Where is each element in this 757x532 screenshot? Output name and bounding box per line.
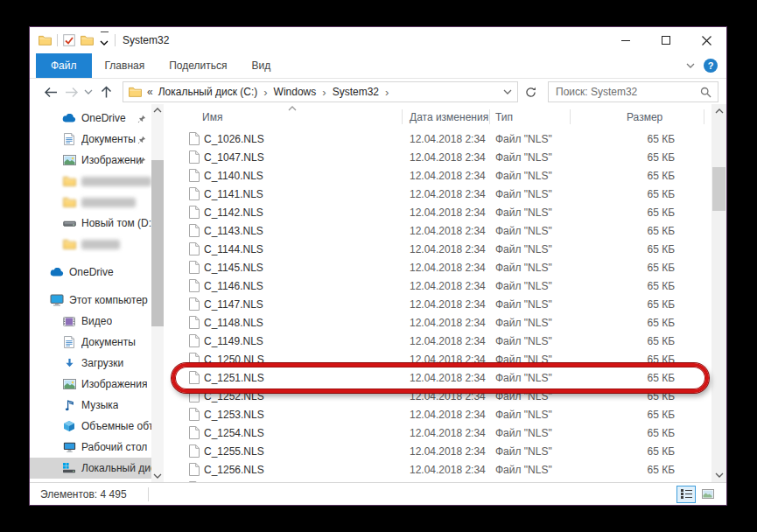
file-row[interactable]: C_1047.NLS12.04.2018 2:34Файл "NLS"65 КБ	[167, 148, 711, 166]
divider	[148, 487, 149, 501]
file-icon	[189, 389, 200, 402]
column-header-name[interactable]: Имя	[202, 111, 222, 123]
pictures-icon	[61, 155, 77, 165]
file-row[interactable]: C_1147.NLS12.04.2018 2:34Файл "NLS"65 КБ	[167, 295, 711, 313]
file-size: 65 КБ	[578, 188, 675, 200]
sidebar-item-label: OneDrive	[69, 266, 114, 278]
scroll-up-icon[interactable]	[151, 104, 164, 116]
ribbon-collapse-chevron-icon[interactable]	[686, 63, 695, 68]
sidebar-item-local-disk-c[interactable]: Локальный дис	[30, 458, 151, 479]
file-size: 65 КБ	[578, 280, 675, 292]
sidebar-item-new-volume-d[interactable]: Новый том (D:)	[30, 213, 151, 234]
breadcrumb-item[interactable]: Локальный диск (C:)	[157, 86, 260, 98]
file-size: 65 КБ	[578, 390, 675, 402]
file-date: 12.04.2018 2:34	[410, 409, 486, 421]
sidebar-item-documents[interactable]: Документы	[30, 332, 151, 353]
list-scrollbar-thumb[interactable]	[712, 167, 725, 211]
ribbon-tab-3[interactable]: Вид	[240, 53, 282, 78]
sidebar-item-onedrive-pinned[interactable]: OneDrive	[30, 108, 151, 129]
file-row[interactable]: C_1254.NLS12.04.2018 2:34Файл "NLS"65 КБ	[167, 424, 711, 442]
qat-customize-caret-icon[interactable]	[99, 32, 109, 49]
sidebar-item-this-pc[interactable]: Этот компьютер	[30, 290, 151, 311]
icons-view-button[interactable]	[698, 486, 718, 503]
file-row[interactable]: C_1145.NLS12.04.2018 2:34Файл "NLS"65 КБ	[167, 258, 711, 276]
forward-button[interactable]	[61, 87, 82, 98]
file-row[interactable]: C_1253.NLS12.04.2018 2:34Файл "NLS"65 КБ	[167, 405, 711, 424]
chevron-right-icon[interactable]: ›	[263, 86, 267, 99]
checkmark-icon[interactable]	[63, 34, 75, 46]
column-divider[interactable]	[402, 109, 403, 124]
sidebar-item-music[interactable]: Музыка	[30, 395, 151, 416]
file-row[interactable]: C_1146.NLS12.04.2018 2:34Файл "NLS"65 КБ	[167, 276, 711, 295]
column-divider[interactable]	[704, 109, 704, 124]
sidebar-item-folder-blurred-1[interactable]	[30, 171, 151, 192]
divider	[115, 34, 116, 46]
file-name: C_1047.NLS	[204, 151, 264, 164]
sidebar-item-folder-blurred-3[interactable]	[30, 234, 151, 255]
file-row[interactable]: C_1148.NLS12.04.2018 2:34Файл "NLS"65 КБ	[167, 313, 711, 332]
address-box[interactable]: « Локальный диск (C:)›Windows›System32›	[123, 81, 518, 102]
back-button[interactable]	[40, 87, 61, 98]
scroll-down-icon[interactable]	[711, 468, 726, 482]
file-date: 12.04.2018 2:34	[410, 464, 486, 476]
file-type: Файл "NLS"	[495, 151, 552, 164]
file-row[interactable]: C_1143.NLS12.04.2018 2:34Файл "NLS"65 КБ	[167, 221, 711, 240]
column-header-size[interactable]: Размер	[627, 111, 662, 123]
sidebar-item-folder-blurred-2[interactable]	[30, 192, 151, 213]
file-row[interactable]: C_1256.NLS12.04.2018 2:34Файл "NLS"65 КБ	[167, 460, 711, 479]
breadcrumb: Локальный диск (C:)›Windows›System32›	[157, 86, 394, 99]
sidebar-item-desktop[interactable]: Рабочий стол	[30, 437, 151, 458]
refresh-icon[interactable]	[520, 81, 541, 102]
column-divider[interactable]	[570, 109, 571, 124]
sidebar-item-downloads[interactable]: Загрузки	[30, 353, 151, 374]
maximize-button[interactable]	[646, 27, 686, 53]
details-view-button[interactable]	[676, 486, 696, 503]
up-button[interactable]	[95, 86, 117, 99]
sidebar-item-pictures[interactable]: Изображения	[30, 374, 151, 395]
search-icon[interactable]	[700, 87, 711, 98]
column-divider[interactable]	[489, 109, 490, 124]
ribbon-tab-0[interactable]: Файл	[36, 53, 92, 78]
file-rows: C_1026.NLS12.04.2018 2:34Файл "NLS"65 КБ…	[167, 130, 711, 482]
divider	[57, 34, 58, 46]
file-row[interactable]: C_1250.NLS12.04.2018 2:34Файл "NLS"65 КБ	[167, 350, 711, 368]
sidebar-item-label: Изображения	[81, 378, 147, 390]
file-row[interactable]: C_1026.NLS12.04.2018 2:34Файл "NLS"65 КБ	[167, 130, 711, 148]
ribbon-tab-2[interactable]: Поделиться	[158, 53, 238, 78]
sidebar-scrollbar-thumb[interactable]	[151, 160, 164, 326]
scroll-up-icon[interactable]	[711, 104, 726, 118]
file-row[interactable]: C_1140.NLS12.04.2018 2:34Файл "NLS"65 КБ	[167, 166, 711, 185]
sidebar-item-documents-pinned[interactable]: Документы	[30, 129, 151, 150]
list-scrollbar[interactable]	[711, 104, 726, 482]
help-icon[interactable]: ?	[704, 59, 718, 73]
close-button[interactable]	[686, 27, 726, 53]
breadcrumb-item[interactable]: Windows	[272, 86, 319, 98]
file-row[interactable]: C_1255.NLS12.04.2018 2:34Файл "NLS"65 КБ	[167, 442, 711, 460]
sidebar-item-onedrive[interactable]: OneDrive	[30, 262, 151, 283]
document-icon	[61, 336, 77, 348]
search-input[interactable]	[549, 86, 697, 98]
file-row[interactable]: C_1142.NLS12.04.2018 2:34Файл "NLS"65 КБ	[167, 203, 711, 221]
chevron-right-icon[interactable]: ›	[322, 86, 326, 99]
column-header-date[interactable]: Дата изменения	[410, 111, 488, 123]
scroll-down-icon[interactable]	[151, 470, 164, 482]
file-row[interactable]: C_1252.NLS12.04.2018 2:34Файл "NLS"65 КБ	[167, 387, 711, 405]
sidebar-item-pictures-pinned[interactable]: Изображени	[30, 150, 151, 171]
minimize-button[interactable]	[606, 27, 646, 53]
sidebar-item-videos[interactable]: Видео	[30, 311, 151, 332]
folder-icon[interactable]	[81, 35, 94, 46]
file-row[interactable]: C_1149.NLS12.04.2018 2:34Файл "NLS"65 КБ	[167, 332, 711, 350]
file-date: 12.04.2018 2:34	[410, 354, 486, 366]
sidebar-scrollbar[interactable]	[151, 104, 164, 482]
address-dropdown-chevron-icon[interactable]	[503, 89, 512, 94]
file-row[interactable]: C_1144.NLS12.04.2018 2:34Файл "NLS"65 КБ	[167, 240, 711, 258]
ribbon-tab-1[interactable]: Главная	[94, 53, 157, 78]
sidebar-item-3d-objects[interactable]: Объемные объ	[30, 416, 151, 437]
recent-locations-chevron-icon[interactable]	[82, 89, 95, 94]
chevron-right-icon[interactable]: ›	[385, 86, 389, 99]
breadcrumb-item[interactable]: System32	[331, 86, 381, 98]
search-box	[548, 81, 718, 102]
file-row-highlighted[interactable]: C_1251.NLS12.04.2018 2:34Файл "NLS"65 КБ	[167, 368, 711, 387]
file-row[interactable]: C_1141.NLS12.04.2018 2:34Файл "NLS"65 КБ	[167, 185, 711, 203]
column-header-type[interactable]: Тип	[495, 111, 513, 123]
